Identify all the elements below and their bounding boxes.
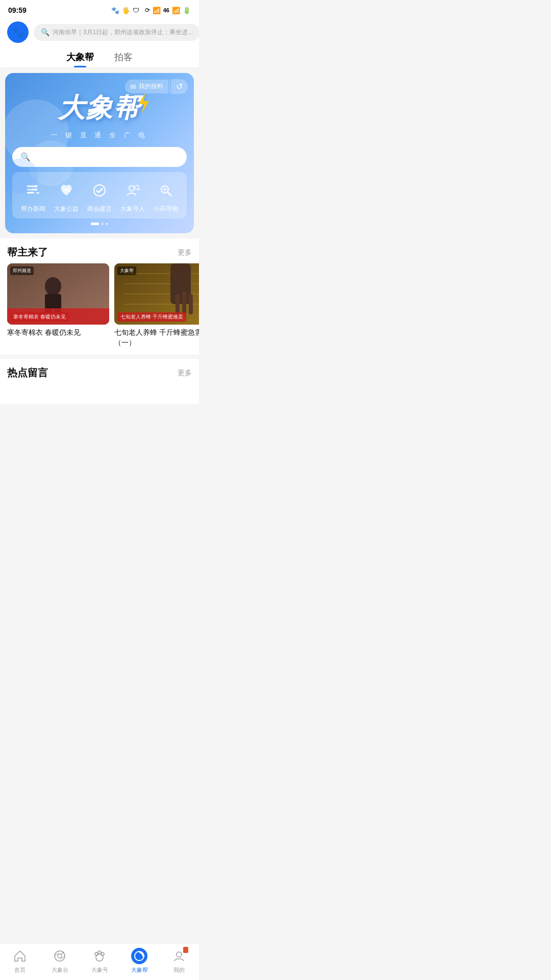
lianghui-icon xyxy=(88,179,111,202)
card-1-title: 寒冬寄棉衣 春暖仍未见 xyxy=(7,328,109,338)
bangzhu-more[interactable]: 更多 xyxy=(178,248,192,257)
bangzhu-title: 帮主来了 xyxy=(7,246,48,259)
hot-comments-title: 热点留言 xyxy=(7,366,48,380)
card-2-overlay: 七旬老人养蜂 千斤蜂蜜难卖 xyxy=(117,312,186,322)
menu-item-lianghui[interactable]: 两会建言 xyxy=(87,179,112,213)
search-icon: 🔍 xyxy=(41,28,49,36)
hot-comments-header: 热点留言 更多 xyxy=(0,359,199,384)
main-content: ✉ 我的报料 ↺ 大象帮 一 键 直 通 全 广 电 🔍 xyxy=(0,73,199,445)
svg-rect-19 xyxy=(45,294,61,309)
menu-item-xunwu[interactable]: 小莉寻物 xyxy=(154,179,178,213)
svg-rect-6 xyxy=(27,192,34,193)
banner: ✉ 我的报料 ↺ 大象帮 一 键 直 通 全 广 电 🔍 xyxy=(5,73,194,233)
search-bar[interactable]: 🔍 河南你早｜3月1日起，郑州这项政策停止；乘坐进... xyxy=(34,24,199,41)
hot-comments-section: 热点留言 更多 xyxy=(0,359,199,404)
card-1-thumb: 寒冬寄棉衣 春暖仍未见 郑州频道 xyxy=(7,263,109,325)
report-icon: ✉ xyxy=(130,83,136,91)
menu-label-xunwu: 小莉寻物 xyxy=(154,205,178,213)
svg-rect-34 xyxy=(189,294,193,314)
svg-line-11 xyxy=(138,189,140,190)
rotation-icon: ⟳ xyxy=(145,7,150,14)
network-type: 46 xyxy=(163,7,169,13)
card-1-overlay: 寒冬寄棉衣 春暖仍未见 xyxy=(10,312,69,322)
signal-icon: 📶 xyxy=(172,7,180,14)
header: 🐾 🔍 河南你早｜3月1日起，郑州这项政策停止；乘坐进... xyxy=(0,18,199,48)
card-2-thumb: 七旬老人养蜂 千斤蜂蜜难卖 大象帮 xyxy=(114,263,199,325)
status-icons: 🐾 🖐 🛡 ⟳ 📶 46 📶 🔋 xyxy=(111,7,191,14)
svg-rect-33 xyxy=(182,291,186,314)
paw-status-icon: 🐾 xyxy=(111,7,119,14)
gongyui-icon xyxy=(55,179,78,202)
battery-icon: 🔋 xyxy=(183,7,191,14)
card-1-source: 郑州频道 xyxy=(10,266,34,275)
tab-bar: 大象帮 拍客 xyxy=(0,48,199,68)
menu-item-bangbannews[interactable]: 帮办新闻 xyxy=(21,179,45,213)
banner-search-box[interactable]: 🔍 xyxy=(12,147,187,167)
dot-active xyxy=(91,223,99,225)
logo-icon: 🐾 xyxy=(12,26,24,38)
wifi-icon: 📶 xyxy=(153,7,161,14)
menu-label-bangbannews: 帮办新闻 xyxy=(21,205,45,213)
svg-rect-7 xyxy=(36,192,39,193)
svg-point-10 xyxy=(135,185,139,189)
svg-point-8 xyxy=(94,185,105,196)
svg-point-18 xyxy=(45,277,61,296)
app-logo[interactable]: 🐾 xyxy=(7,21,29,43)
svg-rect-4 xyxy=(27,185,37,187)
dot-3 xyxy=(106,223,108,225)
status-time: 09:59 xyxy=(8,6,27,14)
menu-item-gongyui[interactable]: 大象公益 xyxy=(54,179,79,213)
card-2[interactable]: 七旬老人养蜂 千斤蜂蜜难卖 大象帮 七旬老人养蜂 千斤蜂蜜急需买家（一） xyxy=(114,263,199,348)
card-2-title: 七旬老人养蜂 千斤蜂蜜急需买家（一） xyxy=(114,328,199,348)
dot-2 xyxy=(101,223,104,225)
svg-rect-31 xyxy=(170,263,191,304)
banner-subtitle: 一 键 直 通 全 广 电 xyxy=(51,131,148,139)
hot-comments-more[interactable]: 更多 xyxy=(178,369,192,378)
svg-point-9 xyxy=(129,186,134,191)
menu-item-xunren[interactable]: 大象寻人 xyxy=(120,179,145,213)
banner-main-title: 大象帮 xyxy=(58,90,141,126)
tab-daxiangbang[interactable]: 大象帮 xyxy=(66,51,94,67)
hand-status-icon: 🖐 xyxy=(122,7,130,14)
bangzhu-section: 帮主来了 更多 xyxy=(0,238,199,355)
menu-label-gongyui: 大象公益 xyxy=(54,205,79,213)
bangbannews-icon xyxy=(22,179,44,202)
card-1[interactable]: 寒冬寄棉衣 春暖仍未见 郑州频道 寒冬寄棉衣 春暖仍未见 xyxy=(7,263,109,348)
status-bar: 09:59 🐾 🖐 🛡 ⟳ 📶 46 📶 🔋 xyxy=(0,0,199,18)
banner-title-area: 大象帮 一 键 直 通 全 广 电 xyxy=(12,90,187,140)
svg-line-13 xyxy=(168,192,171,196)
svg-rect-32 xyxy=(176,294,180,314)
xunren-icon xyxy=(121,179,144,202)
banner-menu-grid: 帮办新闻 大象公益 两会建言 大象寻人 xyxy=(12,172,187,218)
xunwu-icon xyxy=(155,179,177,202)
lightning-icon xyxy=(138,93,150,113)
svg-rect-5 xyxy=(27,189,37,190)
search-placeholder-text: 河南你早｜3月1日起，郑州这项政策停止；乘坐进... xyxy=(53,28,193,37)
svg-marker-3 xyxy=(139,93,149,113)
my-report-label: 我的报料 xyxy=(139,82,163,91)
dots-indicator xyxy=(12,223,187,225)
hot-comments-placeholder xyxy=(0,384,199,404)
banner-search-icon: 🔍 xyxy=(20,152,31,162)
shield-status-icon: 🛡 xyxy=(133,7,139,14)
card-2-source: 大象帮 xyxy=(117,266,136,275)
menu-label-xunren: 大象寻人 xyxy=(120,205,145,213)
bangzhu-cards-scroll[interactable]: 寒冬寄棉衣 春暖仍未见 郑州频道 寒冬寄棉衣 春暖仍未见 xyxy=(0,263,199,355)
menu-label-lianghui: 两会建言 xyxy=(87,205,112,213)
tab-paike[interactable]: 拍客 xyxy=(114,51,133,67)
bangzhu-section-header: 帮主来了 更多 xyxy=(0,238,199,263)
